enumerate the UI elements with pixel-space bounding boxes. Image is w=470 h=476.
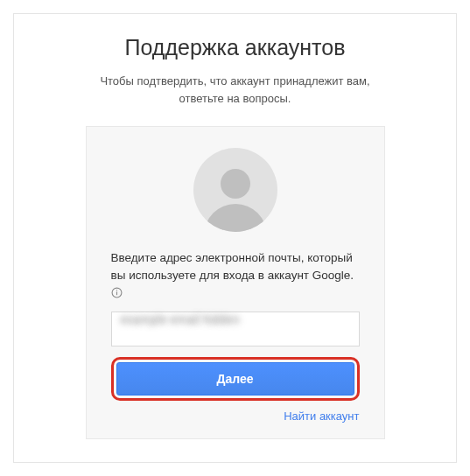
instruction-text: Введите адрес электронной почты, который… [111,249,360,301]
email-field[interactable]: example email hidden [111,312,360,346]
svg-rect-1 [116,291,116,295]
signin-card: Введите адрес электронной почты, который… [86,126,385,439]
svg-rect-2 [116,290,116,290]
next-button-highlight: Далее [111,357,360,401]
info-icon[interactable] [111,287,123,298]
email-value: example email hidden [121,312,240,326]
page-title: Поддержка аккаунтов [125,35,346,60]
find-account-link[interactable]: Найти аккаунт [284,410,359,423]
account-support-panel: Поддержка аккаунтов Чтобы подтвердить, ч… [13,13,457,463]
avatar-placeholder-icon [193,148,277,232]
instruction-label: Введите адрес электронной почты, который… [111,251,354,282]
page-subtitle: Чтобы подтвердить, что аккаунт принадлеж… [78,73,393,107]
next-button[interactable]: Далее [116,362,354,396]
